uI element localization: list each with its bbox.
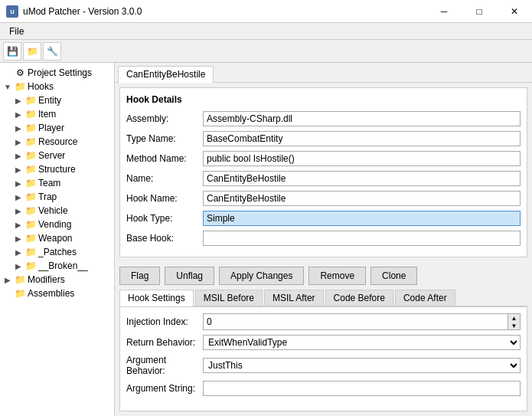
folder-icon: 📁 [24,122,37,134]
methodname-label: Method Name: [126,153,203,164]
hook-details-section: Hook Details Assembly: Type Name: Method… [119,87,527,257]
menu-file[interactable]: File [3,25,30,38]
hooktype-input[interactable] [203,211,521,226]
hooktype-row: Hook Type: [126,211,521,226]
tree-label: Resource [38,136,77,147]
expand-icon: ▶ [12,260,24,272]
return-behavior-select[interactable]: ExitWhenValidTypeContinueExit [203,335,521,350]
folder-icon: 📁 [24,163,37,175]
tree-item-team[interactable]: ▶ 📁 Team [0,176,114,190]
tree-label: Assemblies [28,288,74,299]
name-label: Name: [126,173,203,184]
folder-icon: 📁 [24,232,37,244]
return-behavior-row: Return Behavior: ExitWhenValidTypeContin… [126,335,521,350]
methodname-input[interactable] [203,151,521,166]
argument-string-input[interactable] [203,381,521,396]
tree-label: __Broken__ [38,260,88,271]
tree-panel: ⚙ Project Settings ▼ 📁 Hooks ▶ 📁 Entity … [0,63,115,416]
clone-button[interactable]: Clone [370,267,417,285]
spinner-up-button[interactable]: ▲ [508,314,520,322]
expand-icon: ▶ [12,94,24,106]
tree-item-project-settings[interactable]: ⚙ Project Settings [0,66,114,80]
open-toolbar-button[interactable]: 📁 [23,42,41,61]
methodname-row: Method Name: [126,151,521,166]
expand-icon: ▼ [2,80,14,93]
tree-item-assemblies[interactable]: 📁 Assemblies [0,287,114,300]
apply-changes-button[interactable]: Apply Changes [219,267,304,285]
typename-input[interactable] [203,131,521,146]
main-container: ⚙ Project Settings ▼ 📁 Hooks ▶ 📁 Entity … [0,63,532,416]
minimize-button[interactable]: ─ [426,0,462,23]
unflag-button[interactable]: Unflag [165,267,214,285]
tree-item-server[interactable]: ▶ 📁 Server [0,149,114,162]
main-tab[interactable]: CanEntityBeHostile [118,66,214,83]
close-button[interactable]: ✕ [497,0,532,23]
tab-hook-settings[interactable]: Hook Settings [119,290,194,306]
folder-icon: 📁 [24,246,37,258]
tree-item-resource[interactable]: ▶ 📁 Resource [0,135,114,149]
tree-label: Player [38,123,64,133]
expand-icon [2,67,14,79]
flag-button[interactable]: Flag [119,267,160,285]
tree-item-patches[interactable]: ▶ 📁 _Patches [0,245,114,259]
tree-item-structure[interactable]: ▶ 📁 Structure [0,162,114,176]
tab-msil-after[interactable]: MSIL After [264,290,324,306]
folder-icon: 📁 [24,177,37,189]
folder-icon: 📁 [24,136,37,148]
settings-toolbar-button[interactable]: 🔧 [43,42,61,61]
hookname-input[interactable] [203,191,521,206]
tree-label: Server [38,150,65,161]
tree-item-item[interactable]: ▶ 📁 Item [0,107,114,121]
remove-button[interactable]: Remove [308,267,366,285]
expand-icon: ▶ [12,149,24,162]
basehook-input[interactable] [203,231,521,246]
menu-bar: File [0,23,532,40]
folder-icon: 📁 [24,260,37,272]
title-bar: u uMod Patcher - Version 3.0.0 ─ □ ✕ [0,0,532,23]
tree-item-entity[interactable]: ▶ 📁 Entity [0,93,114,107]
tab-msil-before[interactable]: MSIL Before [195,290,263,306]
tree-label: Hooks [28,81,54,92]
name-input[interactable] [203,171,521,186]
argument-behavior-label: Argument Behavior: [126,355,203,376]
tree-label: Modifiers [28,274,65,285]
right-panel: CanEntityBeHostile Hook Details Assembly… [115,63,532,416]
expand-icon: ▶ [12,218,24,231]
argument-behavior-select[interactable]: JustThisAllNone [203,358,521,373]
folder-icon: 📁 [24,108,37,120]
injection-index-input[interactable] [204,314,508,329]
tree-label: Vending [38,219,71,230]
folder-icon: 📁 [24,191,37,203]
bottom-tab-bar: Hook Settings MSIL Before MSIL After Cod… [119,290,527,306]
tree-item-weapon[interactable]: ▶ 📁 Weapon [0,231,114,245]
maximize-button[interactable]: □ [462,0,497,23]
tree-item-modifiers[interactable]: ▶ 📁 Modifiers [0,273,114,287]
injection-index-spinner[interactable]: ▲ ▼ [203,313,521,330]
hook-settings-content: Injection Index: ▲ ▼ Return Behavior: Ex… [119,306,527,411]
folder-icon: 📁 [24,94,37,106]
tree-item-trap[interactable]: ▶ 📁 Trap [0,190,114,204]
tree-item-vending[interactable]: ▶ 📁 Vending [0,218,114,231]
tree-item-hooks[interactable]: ▼ 📁 Hooks [0,80,114,93]
tab-code-after[interactable]: Code After [395,290,455,306]
basehook-row: Base Hook: [126,231,521,246]
hook-details-title: Hook Details [126,94,521,105]
tree-label: Vehicle [38,205,68,216]
expand-icon: ▶ [12,232,24,244]
spinner-down-button[interactable]: ▼ [508,322,520,329]
save-toolbar-button[interactable]: 💾 [3,42,21,61]
app-icon: u [6,5,18,18]
folder-icon: 📁 [24,149,37,162]
hookname-label: Hook Name: [126,193,203,204]
tree-item-broken[interactable]: ▶ 📁 __Broken__ [0,259,114,273]
return-behavior-label: Return Behavior: [126,337,203,348]
expand-icon: ▶ [12,122,24,134]
argument-string-label: Argument String: [126,383,203,394]
tree-item-player[interactable]: ▶ 📁 Player [0,121,114,135]
toolbar: 💾 📁 🔧 [0,40,532,63]
assembly-input[interactable] [203,111,521,126]
tree-item-vehicle[interactable]: ▶ 📁 Vehicle [0,204,114,218]
assembly-label: Assembly: [126,113,203,124]
expand-icon: ▶ [12,177,24,189]
tab-code-before[interactable]: Code Before [325,290,393,306]
